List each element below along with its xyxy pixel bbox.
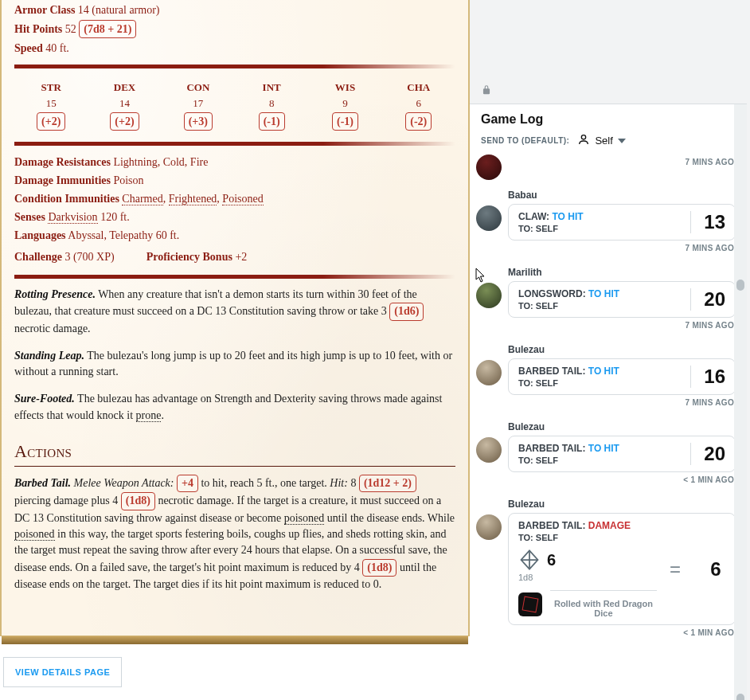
condition-link[interactable]: Poisoned: [222, 193, 263, 205]
log-action-label: LONGSWORD: TO HIT: [518, 288, 682, 299]
speed-line: Speed 40 ft.: [14, 40, 455, 57]
challenge-label: Challenge: [14, 251, 62, 263]
log-action-name: BARBED TAIL:: [518, 366, 588, 377]
send-to-selector[interactable]: SEND TO (DEFAULT): Self: [481, 133, 736, 148]
avatar[interactable]: [476, 514, 502, 540]
ability-mod-button[interactable]: (-1): [259, 112, 285, 131]
lang-line: Languages Abyssal, Telepathy 60 ft.: [14, 227, 455, 244]
avatar[interactable]: [476, 154, 502, 180]
roll-button[interactable]: (1d6): [389, 303, 424, 320]
ac-note: (natural armor): [92, 4, 159, 16]
log-entry: 7 MINS AGO: [476, 154, 736, 180]
damage-roll-button[interactable]: (1d12 + 2): [359, 475, 416, 492]
ability-int: INT 8 (-1): [235, 80, 308, 131]
log-result: 16: [690, 366, 725, 388]
log-action: BARBED TAIL: TO HITTO: SELF: [518, 366, 682, 388]
ability-str: STR 15 (+2): [14, 80, 88, 131]
condimm-label: Condition Immunities: [14, 193, 119, 205]
log-action-type: DAMAGE: [588, 520, 631, 531]
log-roll-card[interactable]: LONGSWORD: TO HITTO: SELF20: [508, 281, 736, 318]
log-creature-name: Babau: [508, 190, 736, 201]
log-timestamp: 7 MINS AGO: [508, 321, 734, 330]
trait-name: Standing Leap.: [14, 350, 84, 362]
damage-roll-button[interactable]: (1d8): [362, 559, 396, 577]
avatar[interactable]: [476, 205, 502, 231]
tohit-roll-button[interactable]: +4: [177, 475, 198, 492]
ability-name: CON: [162, 80, 235, 96]
view-details-button[interactable]: VIEW DETAILS PAGE: [3, 657, 122, 687]
ability-cha: CHA 6 (-2): [382, 80, 455, 131]
ability-mod-button[interactable]: (+2): [110, 112, 139, 131]
log-entry-body: BulezauBARBED TAIL: TO HITTO: SELF167 MI…: [508, 338, 736, 412]
log-action-label: CLAW: TO HIT: [518, 211, 682, 222]
scrollbar[interactable]: [734, 104, 747, 700]
condition-link[interactable]: Charmed: [122, 193, 162, 205]
action-barbed-tail: Barbed Tail. Melee Weapon Attack: +4 to …: [14, 475, 455, 592]
challenge-value: 3 (700 XP): [64, 251, 114, 263]
traits: Rotting Presence. When any creature that…: [14, 287, 455, 424]
log-creature-name: Marilith: [508, 267, 736, 278]
log-roll-card[interactable]: BARBED TAIL: DAMAGETO: SELF61d8Rolled wi…: [508, 513, 736, 625]
log-roll-card[interactable]: BARBED TAIL: TO HITTO: SELF20: [508, 436, 736, 472]
lang-label: Languages: [14, 229, 66, 241]
avatar[interactable]: [476, 437, 502, 463]
ability-mod-button[interactable]: (+3): [184, 112, 213, 131]
condition-link[interactable]: Frightened: [169, 193, 217, 205]
log-entry: BabauCLAW: TO HITTO: SELF137 MINS AGO: [476, 183, 736, 257]
statblock-scroll[interactable]: Armor Class 14 (natural armor) Hit Point…: [0, 0, 470, 636]
ability-score: 8: [235, 96, 308, 111]
condition-link[interactable]: poisoned: [284, 512, 325, 525]
hp-roll-button[interactable]: (7d8 + 21): [79, 20, 136, 38]
log-roll-card[interactable]: CLAW: TO HITTO: SELF13: [508, 204, 736, 241]
ability-mod-button[interactable]: (-1): [332, 112, 358, 131]
log-entry: BulezauBARBED TAIL: TO HITTO: SELF20< 1 …: [476, 415, 736, 489]
sense-link[interactable]: Darkvision: [48, 211, 97, 224]
scrollbar-thumb[interactable]: [736, 694, 744, 700]
log-action-name: BARBED TAIL:: [518, 520, 588, 531]
scrollbar-thumb[interactable]: [736, 280, 744, 291]
condition-link[interactable]: prone: [136, 409, 162, 422]
log-result: 20: [690, 443, 725, 465]
log-entry: BulezauBARBED TAIL: TO HITTO: SELF167 MI…: [476, 338, 736, 412]
condition-link[interactable]: poisoned: [14, 528, 55, 541]
d8-icon: [518, 549, 541, 571]
immun-line: Damage Immunities Poison: [14, 172, 455, 189]
send-to-label: SEND TO (DEFAULT):: [481, 136, 569, 145]
immun-label: Damage Immunities: [14, 174, 111, 186]
lock-icon[interactable]: [470, 0, 750, 104]
trait-sure-footed: Sure-Footed. The bulezau has advantage o…: [14, 391, 455, 424]
ability-wis: WIS 9 (-1): [308, 80, 381, 131]
game-log-scroll[interactable]: 7 MINS AGOBabauCLAW: TO HITTO: SELF137 M…: [470, 153, 747, 700]
dice-breakdown: 6: [518, 549, 657, 571]
hp-line: Hit Points 52 (7d8 + 21): [14, 20, 455, 38]
ability-score: 6: [382, 96, 455, 111]
damage-roll-button[interactable]: (1d8): [121, 492, 155, 510]
ability-name: DEX: [88, 80, 161, 96]
trait-name: Rotting Presence.: [14, 288, 96, 300]
avatar[interactable]: [476, 283, 502, 308]
ability-name: INT: [235, 80, 308, 96]
challenge-row: Challenge 3 (700 XP) Proficiency Bonus +…: [14, 247, 455, 267]
log-target: TO: SELF: [518, 224, 682, 233]
log-result: 20: [690, 288, 725, 311]
lang-value: Abyssal, Telepathy 60 ft.: [68, 229, 179, 241]
hp-label: Hit Points: [14, 23, 62, 35]
ac-label: Armor Class: [14, 4, 75, 16]
equals-icon: =: [665, 558, 686, 581]
rolled-with-label: Rolled with Red Dragon Dice: [550, 590, 657, 618]
ability-score: 14: [88, 96, 161, 111]
log-timestamp: < 1 MIN AGO: [508, 628, 734, 637]
log-roll-card[interactable]: BARBED TAIL: TO HITTO: SELF16: [508, 358, 736, 395]
log-action-type: TO HIT: [588, 366, 619, 377]
ac-line: Armor Class 14 (natural armor): [14, 2, 455, 18]
log-timestamp: < 1 MIN AGO: [508, 475, 734, 484]
avatar[interactable]: [476, 360, 502, 385]
ability-mod-button[interactable]: (-2): [405, 112, 432, 131]
resist-line: Damage Resistances Lightning, Cold, Fire: [14, 154, 455, 170]
ac-value: 14: [78, 4, 89, 16]
ability-mod-button[interactable]: (+2): [37, 112, 65, 131]
log-creature-name: Bulezau: [508, 421, 736, 432]
trait-rotting-presence: Rotting Presence. When any creature that…: [14, 287, 455, 337]
app-root: Armor Class 14 (natural armor) Hit Point…: [0, 0, 750, 700]
resist-value: Lightning, Cold, Fire: [113, 156, 208, 168]
